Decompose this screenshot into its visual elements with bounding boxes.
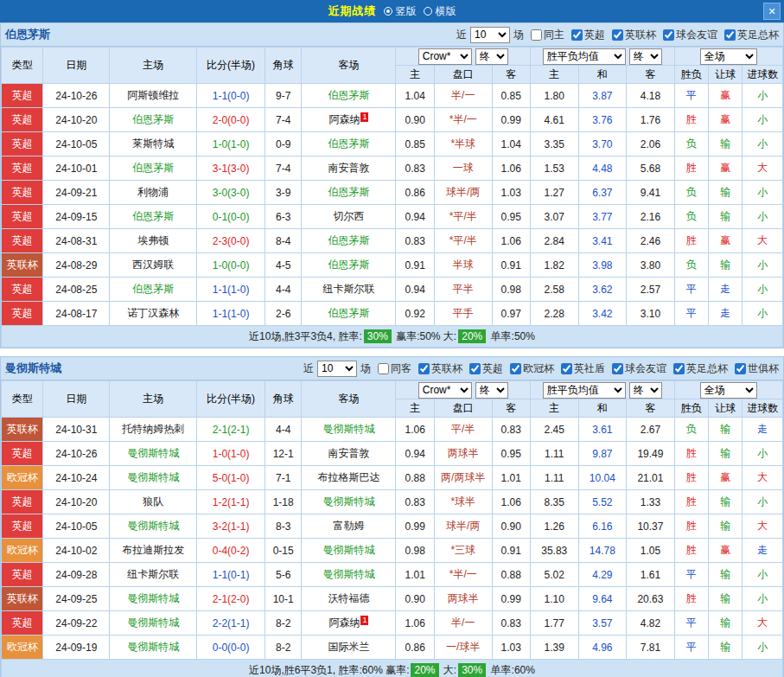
league-type: 欧冠杯 bbox=[2, 539, 43, 563]
away-team[interactable]: 曼彻斯特城 bbox=[302, 539, 396, 563]
away-team[interactable]: 伯恩茅斯 bbox=[302, 302, 396, 326]
home-team[interactable]: 莱斯特城 bbox=[110, 132, 197, 156]
away-team[interactable]: 南安普敦 bbox=[302, 442, 396, 466]
layout-vertical-option[interactable]: 竖版 bbox=[384, 4, 417, 19]
away-team[interactable]: 伯恩茅斯 bbox=[302, 84, 396, 108]
match-row: 英超 24-09-22 曼彻斯特城 2-2(1-1) 8-2 阿森纳1 1.06… bbox=[2, 611, 783, 635]
home-team[interactable]: 曼彻斯特城 bbox=[110, 635, 197, 660]
home-team[interactable]: 伯恩茅斯 bbox=[110, 156, 197, 181]
away-team[interactable]: 伯恩茅斯 bbox=[302, 253, 396, 278]
euro-stage-select[interactable]: 终 bbox=[629, 48, 662, 65]
match-row: 英超 24-08-25 伯恩茅斯 1-1(1-0) 4-4 纽卡斯尔联 0.94… bbox=[2, 278, 783, 302]
league-filter-球会友谊[interactable]: 球会友谊 bbox=[663, 28, 717, 42]
league-filter-英超[interactable]: 英超 bbox=[571, 28, 605, 42]
league-filter-英联杯[interactable]: 英联杯 bbox=[418, 361, 462, 376]
bookmaker-select[interactable]: Crow* bbox=[418, 48, 472, 65]
away-team[interactable]: 阿森纳1 bbox=[302, 108, 396, 132]
away-team[interactable]: 阿森纳1 bbox=[302, 611, 396, 635]
corners: 8-2 bbox=[265, 635, 302, 660]
league-filter-英联杯-checkbox[interactable] bbox=[418, 363, 430, 374]
home-team[interactable]: 伯恩茅斯 bbox=[110, 108, 197, 132]
venue-filter[interactable]: 同主 bbox=[531, 28, 564, 42]
scope-select[interactable]: 全场 bbox=[700, 48, 757, 65]
home-team[interactable]: 埃弗顿 bbox=[110, 229, 197, 253]
home-team[interactable]: 狼队 bbox=[110, 490, 197, 514]
league-filter-世俱杯[interactable]: 世俱杯 bbox=[735, 361, 779, 376]
home-team[interactable]: 纽卡斯尔联 bbox=[110, 563, 197, 587]
league-filter-球会友谊[interactable]: 球会友谊 bbox=[612, 361, 666, 376]
odds-type-select[interactable]: 胜平负均值 bbox=[543, 382, 626, 399]
asian-home-water: 0.90 bbox=[396, 587, 434, 611]
league-filter-世俱杯-checkbox[interactable] bbox=[735, 363, 746, 374]
away-team[interactable]: 布拉格斯巴达 bbox=[302, 466, 396, 490]
horizontal-radio-icon[interactable] bbox=[424, 7, 432, 16]
bookmaker-select[interactable]: Crow* bbox=[418, 382, 472, 399]
asian-handicap: *球半 bbox=[434, 490, 492, 514]
vertical-radio-icon[interactable] bbox=[384, 7, 392, 16]
away-team[interactable]: 曼彻斯特城 bbox=[302, 490, 396, 514]
venue-filter-checkbox[interactable] bbox=[531, 29, 542, 41]
odds-type-select[interactable]: 胜平负均值 bbox=[543, 48, 626, 65]
league-filter-英足总杯[interactable]: 英足总杯 bbox=[724, 28, 779, 42]
league-filter-英社盾-checkbox[interactable] bbox=[561, 363, 572, 374]
away-team[interactable]: 切尔西 bbox=[302, 205, 396, 229]
venue-filter[interactable]: 同客 bbox=[378, 361, 411, 376]
away-team[interactable]: 纽卡斯尔联 bbox=[302, 278, 396, 302]
away-team[interactable]: 国际米兰 bbox=[302, 635, 396, 660]
away-team[interactable]: 沃特福德 bbox=[302, 587, 396, 611]
asian-handicap: 两/两球半 bbox=[434, 466, 492, 490]
home-team[interactable]: 阿斯顿维拉 bbox=[110, 84, 197, 108]
home-team[interactable]: 布拉迪斯拉发 bbox=[110, 539, 197, 563]
home-team[interactable]: 伯恩茅斯 bbox=[110, 278, 197, 302]
league-filter-英联杯[interactable]: 英联杯 bbox=[612, 28, 656, 42]
home-team[interactable]: 伯恩茅斯 bbox=[110, 205, 197, 229]
col-corner: 角球 bbox=[265, 381, 302, 418]
away-team[interactable]: 富勒姆 bbox=[302, 514, 396, 539]
league-filter-欧冠杯-checkbox[interactable] bbox=[510, 363, 521, 374]
score: 5-0(1-0) bbox=[197, 466, 265, 490]
subcol-2: 客 bbox=[492, 66, 530, 84]
asian-stage-select[interactable]: 终 bbox=[475, 382, 508, 399]
away-team[interactable]: 伯恩茅斯 bbox=[302, 229, 396, 253]
layout-horizontal-option[interactable]: 横版 bbox=[424, 4, 456, 19]
away-team[interactable]: 南安普敦 bbox=[302, 156, 396, 181]
venue-filter-label: 同客 bbox=[391, 361, 411, 376]
asian-stage-select[interactable]: 终 bbox=[475, 48, 508, 65]
away-team[interactable]: 伯恩茅斯 bbox=[302, 132, 396, 156]
venue-filter-checkbox[interactable] bbox=[378, 363, 389, 374]
league-filter-英超-checkbox[interactable] bbox=[571, 29, 583, 41]
close-icon[interactable]: ✕ bbox=[763, 3, 781, 20]
home-team[interactable]: 托特纳姆热刺 bbox=[110, 418, 197, 442]
league-filter-英足总杯[interactable]: 英足总杯 bbox=[673, 361, 728, 376]
match-date: 24-09-25 bbox=[43, 587, 110, 611]
subcol-2: 客 bbox=[492, 399, 530, 418]
home-team[interactable]: 西汉姆联 bbox=[110, 253, 197, 278]
euro-draw-odds: 10.04 bbox=[578, 466, 627, 490]
col-date: 日期 bbox=[43, 48, 110, 84]
league-filter-球会友谊-checkbox[interactable] bbox=[663, 29, 674, 41]
away-team[interactable]: 伯恩茅斯 bbox=[302, 181, 396, 205]
league-filter-英联杯-checkbox[interactable] bbox=[612, 29, 623, 41]
scope-select[interactable]: 全场 bbox=[700, 382, 757, 399]
league-filter-英超[interactable]: 英超 bbox=[469, 361, 503, 376]
league-filter-球会友谊-checkbox[interactable] bbox=[612, 363, 623, 374]
league-filter-欧冠杯[interactable]: 欧冠杯 bbox=[510, 361, 554, 376]
euro-stage-select[interactable]: 终 bbox=[629, 382, 662, 399]
home-team[interactable]: 曼彻斯特城 bbox=[110, 442, 197, 466]
home-team[interactable]: 曼彻斯特城 bbox=[110, 466, 197, 490]
away-team[interactable]: 曼彻斯特城 bbox=[302, 563, 396, 587]
league-filter-英社盾[interactable]: 英社盾 bbox=[561, 361, 605, 376]
corners: 7-1 bbox=[265, 466, 302, 490]
away-team[interactable]: 曼彻斯特城 bbox=[302, 418, 396, 442]
home-team[interactable]: 曼彻斯特城 bbox=[110, 587, 197, 611]
recent-count-select[interactable]: 10 bbox=[470, 27, 510, 43]
league-filter-英足总杯-checkbox[interactable] bbox=[724, 29, 736, 41]
home-team[interactable]: 曼彻斯特城 bbox=[110, 611, 197, 635]
home-team[interactable]: 曼彻斯特城 bbox=[110, 514, 197, 539]
col-type: 类型 bbox=[2, 381, 43, 418]
recent-count-select[interactable]: 10 bbox=[317, 361, 357, 377]
home-team[interactable]: 诺丁汉森林 bbox=[110, 302, 197, 326]
league-filter-英超-checkbox[interactable] bbox=[469, 363, 481, 374]
league-filter-英足总杯-checkbox[interactable] bbox=[673, 363, 685, 374]
home-team[interactable]: 利物浦 bbox=[110, 181, 197, 205]
